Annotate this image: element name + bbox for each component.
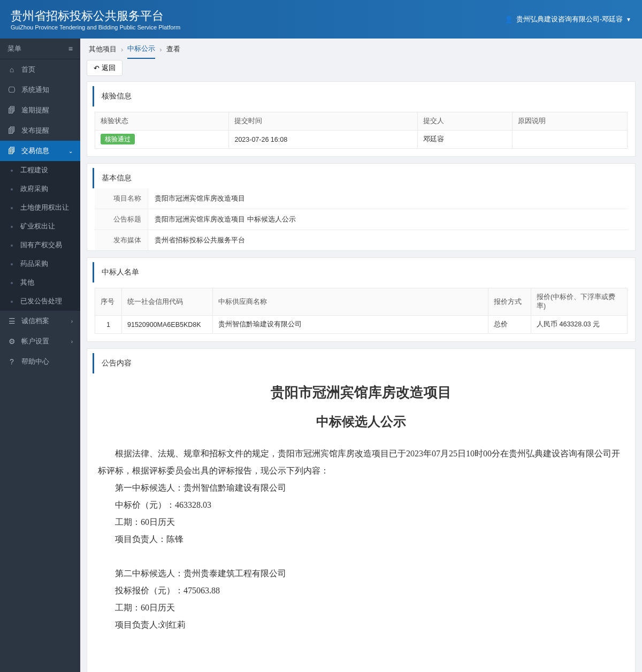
home-icon: ⌂	[7, 65, 16, 74]
announce-h2: 中标候选人公示	[98, 409, 624, 434]
announce-line: 第二中标候选人：贵州贵泰建筑工程有限公司	[98, 565, 624, 582]
sidebar-item-publish[interactable]: 🗐发布提醒	[0, 120, 80, 141]
announce-line: 工期：60日历天	[98, 599, 624, 616]
user-icon: 👤	[505, 16, 513, 24]
hamburger-icon[interactable]: ≡	[68, 44, 73, 53]
sidebar-item-help[interactable]: ?帮助中心	[0, 352, 80, 372]
chevron-down-icon: ⌄	[68, 148, 73, 154]
info-label: 发布媒体	[95, 230, 148, 250]
site-title-en: GuiZhou Province Tendering and Bidding P…	[11, 24, 180, 30]
menu-label: 菜单	[7, 44, 21, 54]
th: 核验状态	[95, 112, 229, 131]
help-icon: ?	[7, 357, 16, 366]
cell: 人民币 463328.03 元	[531, 316, 628, 334]
doc-icon: 🗐	[7, 106, 16, 114]
status-badge: 核验通过	[101, 134, 135, 144]
th: 报价方式	[488, 288, 531, 316]
sidebar-subitem[interactable]: 矿业权出让	[0, 217, 80, 236]
user-name: 贵州弘典建设咨询有限公司-邓廷容	[516, 14, 623, 24]
sidebar-item-overdue[interactable]: 🗐逾期提醒	[0, 100, 80, 120]
announce-line: 投标报价（元）：475063.88	[98, 582, 624, 599]
th: 提交人	[418, 112, 513, 131]
sidebar-subitem[interactable]: 土地使用权出让	[0, 198, 80, 217]
sidebar-item-account[interactable]: ⚙帐户设置›	[0, 331, 80, 352]
verify-table: 核验状态 提交时间 提交人 原因说明 核验通过 2023-07-26 16:08…	[95, 112, 628, 149]
panel-title: 核验信息	[93, 86, 635, 106]
table-row: 1 91520900MA6EB5KD8K 贵州智信黔瑜建设有限公司 总价 人民币…	[95, 316, 628, 334]
panel-content: 公告内容 贵阳市冠洲宾馆库房改造项目 中标候选人公示 根据法律、法规、规章和招标…	[87, 348, 636, 672]
sidebar-subitem[interactable]: 政府采购	[0, 180, 80, 198]
info-label: 公告标题	[95, 209, 148, 230]
sidebar: 菜单 ≡ ⌂首页 🖵系统通知 🗐逾期提醒 🗐发布提醒 🗐交易信息⌄ 工程建设 政…	[0, 39, 80, 672]
user-menu[interactable]: 👤 贵州弘典建设咨询有限公司-邓廷容 ▼	[505, 14, 631, 24]
sidebar-menu-header: 菜单 ≡	[0, 39, 80, 59]
sidebar-item-label: 发布提醒	[21, 126, 49, 135]
cell: 1	[95, 316, 122, 334]
sidebar-item-label: 诚信档案	[21, 316, 49, 326]
cell: 贵州智信黔瑜建设有限公司	[213, 316, 488, 334]
info-value: 贵阳市冠洲宾馆库房改造项目	[148, 188, 628, 209]
sidebar-item-label: 首页	[21, 65, 35, 74]
cell: 91520900MA6EB5KD8K	[122, 316, 213, 334]
table-row: 核验通过 2023-07-26 16:08 邓廷容	[95, 131, 628, 149]
sidebar-item-label: 帐户设置	[21, 337, 49, 346]
back-arrow-icon: ↶	[94, 64, 100, 72]
sidebar-item-label: 逾期提醒	[21, 105, 49, 115]
announce-h1: 贵阳市冠洲宾馆库房改造项目	[98, 379, 624, 407]
breadcrumb-sep: ›	[121, 45, 123, 54]
cell: 2023-07-26 16:08	[229, 131, 418, 149]
sidebar-item-notice[interactable]: 🖵系统通知	[0, 80, 80, 100]
sidebar-subitem[interactable]: 已发公告处理	[0, 292, 80, 311]
th: 提交时间	[229, 112, 418, 131]
th: 报价(中标价、下浮率或费率)	[531, 288, 628, 316]
breadcrumb-item[interactable]: 其他项目	[89, 44, 117, 54]
breadcrumb-item[interactable]: 中标公示	[127, 44, 155, 59]
announce-line: 第一中标候选人：贵州智信黔瑜建设有限公司	[98, 479, 624, 497]
breadcrumb: 其他项目 › 中标公示 › 查看	[87, 39, 636, 60]
chevron-right-icon: ›	[71, 339, 73, 345]
main-content: 其他项目 › 中标公示 › 查看 ↶ 返回 核验信息 核验状态 提交时间 提交人…	[80, 39, 642, 672]
doc-icon: 🗐	[7, 126, 16, 135]
sidebar-item-label: 帮助中心	[21, 357, 49, 366]
breadcrumb-item: 查看	[166, 44, 180, 54]
sidebar-item-label: 系统通知	[21, 85, 49, 95]
announce-intro: 根据法律、法规、规章和招标文件的规定，贵阳市冠洲宾馆库房改造项目已于2023年0…	[98, 445, 624, 479]
announce-line: 项目负责人：陈锋	[98, 531, 624, 548]
monitor-icon: 🖵	[7, 86, 16, 94]
chevron-down-icon: ▼	[626, 17, 631, 22]
gear-icon: ⚙	[7, 337, 16, 346]
panel-title: 基本信息	[93, 168, 635, 188]
cell: 总价	[488, 316, 531, 334]
announcement-body: 贵阳市冠洲宾馆库房改造项目 中标候选人公示 根据法律、法规、规章和招标文件的规定…	[87, 373, 635, 672]
th: 序号	[95, 288, 122, 316]
th: 统一社会信用代码	[122, 288, 213, 316]
sidebar-subitem[interactable]: 药品采购	[0, 255, 80, 273]
sidebar-subitem[interactable]: 国有产权交易	[0, 236, 80, 255]
announce-line: 工期：60日历天	[98, 514, 624, 531]
sidebar-item-home[interactable]: ⌂首页	[0, 59, 80, 80]
th: 原因说明	[512, 112, 627, 131]
back-button[interactable]: ↶ 返回	[87, 60, 123, 76]
site-title-cn: 贵州省招标投标公共服务平台	[11, 8, 180, 24]
app-header: 贵州省招标投标公共服务平台 GuiZhou Province Tendering…	[0, 0, 642, 39]
back-label: 返回	[102, 63, 116, 73]
panel-winners: 中标人名单 序号 统一社会信用代码 中标供应商名称 报价方式 报价(中标价、下浮…	[87, 257, 636, 342]
announce-period: 公示期：2023年07月26日至2023年07月28日	[98, 668, 624, 672]
sidebar-item-trade[interactable]: 🗐交易信息⌄	[0, 141, 80, 161]
announce-line: 中标价（元）：463328.03	[98, 497, 624, 514]
info-value: 贵阳市冠洲宾馆库房改造项目 中标候选人公示	[148, 209, 628, 230]
cell	[512, 131, 627, 149]
sidebar-item-credit[interactable]: ☰诚信档案›	[0, 311, 80, 331]
info-row: 项目名称贵阳市冠洲宾馆库房改造项目	[95, 188, 628, 209]
doc-icon: 🗐	[7, 147, 16, 155]
header-brand: 贵州省招标投标公共服务平台 GuiZhou Province Tendering…	[11, 8, 180, 30]
panel-verify: 核验信息 核验状态 提交时间 提交人 原因说明 核验通过 2023-07-26 …	[87, 81, 636, 157]
info-row: 公告标题贵阳市冠洲宾馆库房改造项目 中标候选人公示	[95, 209, 628, 230]
announce-line: 项目负责人:刘红莉	[98, 616, 624, 633]
winners-table: 序号 统一社会信用代码 中标供应商名称 报价方式 报价(中标价、下浮率或费率) …	[95, 288, 628, 334]
sidebar-subitem[interactable]: 其他	[0, 273, 80, 292]
list-icon: ☰	[7, 317, 16, 325]
sidebar-item-label: 交易信息	[21, 146, 49, 156]
sidebar-subitem[interactable]: 工程建设	[0, 161, 80, 180]
breadcrumb-sep: ›	[159, 45, 162, 54]
